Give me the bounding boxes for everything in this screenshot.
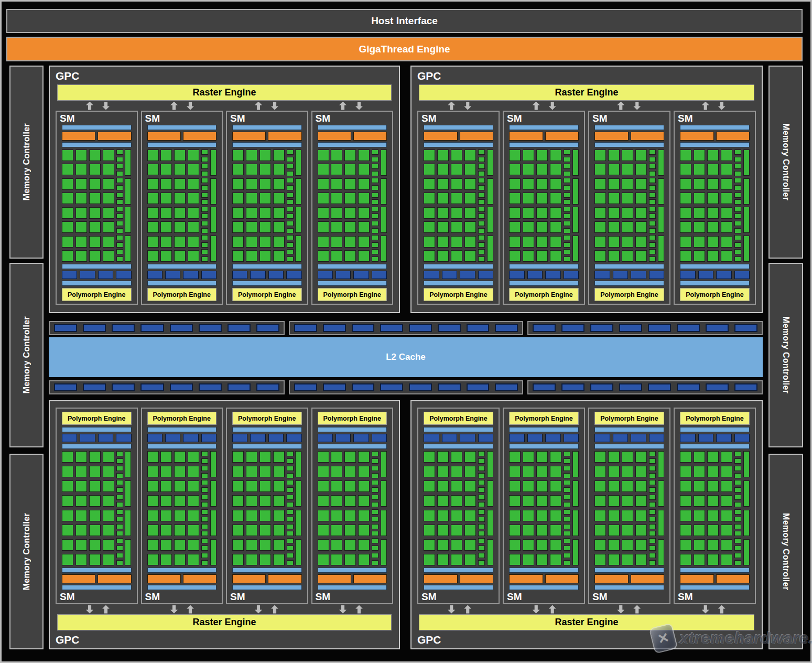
ldst-unit xyxy=(734,185,741,190)
memory-controller-label: Memory Controller xyxy=(781,316,791,393)
cuda-core xyxy=(509,149,521,161)
sfu-unit xyxy=(210,510,216,536)
memory-partition-cell xyxy=(228,383,251,391)
ldst-column xyxy=(372,149,378,262)
up-arrow-icon xyxy=(617,102,624,110)
texture-unit xyxy=(372,271,387,279)
sm-block: SMPolymorph Engine xyxy=(311,111,394,305)
cuda-core xyxy=(160,480,172,492)
texture-unit xyxy=(680,271,696,279)
cuda-core xyxy=(437,525,449,536)
ldst-unit xyxy=(649,466,656,471)
cuda-core xyxy=(75,554,87,565)
cuda-core xyxy=(174,554,186,565)
polymorph-engine: Polymorph Engine xyxy=(232,412,302,425)
ldst-unit xyxy=(287,242,294,248)
core-column xyxy=(318,451,329,565)
ldst-unit xyxy=(734,553,741,558)
core-column xyxy=(680,149,691,262)
ldst-unit xyxy=(287,524,294,529)
sfu-unit xyxy=(572,480,579,507)
polymorph-engine: Polymorph Engine xyxy=(147,288,217,301)
cuda-core xyxy=(707,495,719,507)
memory-partition-strip xyxy=(527,321,763,335)
up-arrow-icon xyxy=(464,605,471,614)
scheduler-bar xyxy=(62,125,132,130)
texture-unit xyxy=(460,434,475,442)
cuda-core xyxy=(232,236,244,248)
ldst-unit xyxy=(564,517,570,522)
scheduler-bar xyxy=(680,125,750,130)
cuda-core xyxy=(694,510,705,521)
ldst-column xyxy=(287,451,294,565)
cuda-core xyxy=(89,149,101,161)
texture-unit xyxy=(286,434,301,442)
cuda-core xyxy=(608,466,620,477)
scheduler-bar xyxy=(424,585,493,590)
memory-controller-column-right: Memory ControllerMemory ControllerMemory… xyxy=(768,66,803,649)
cache-bar xyxy=(232,281,302,286)
sfu-unit xyxy=(743,207,750,233)
ldst-unit xyxy=(649,249,656,254)
cuda-core xyxy=(523,510,534,521)
dispatch-unit xyxy=(268,574,301,583)
sfu-unit xyxy=(381,178,387,205)
scheduler-bar xyxy=(509,125,579,130)
cuda-core xyxy=(437,149,449,161)
ldst-unit xyxy=(287,480,294,485)
register-bar xyxy=(509,142,579,147)
memory-partition-cell xyxy=(438,383,461,391)
cache-bar xyxy=(232,427,302,432)
ldst-unit xyxy=(116,495,123,500)
sfu-unit xyxy=(295,178,301,205)
cuda-core xyxy=(273,164,285,175)
polymorph-engine: Polymorph Engine xyxy=(509,288,579,301)
sfu-unit xyxy=(658,539,664,565)
texture-unit xyxy=(183,434,198,442)
core-column xyxy=(451,149,462,262)
arrow-pair xyxy=(309,101,393,111)
cuda-core xyxy=(608,554,620,565)
ldst-unit xyxy=(734,538,741,543)
cuda-core xyxy=(707,480,719,492)
cuda-core xyxy=(550,178,561,190)
memory-partition-cell xyxy=(199,324,222,332)
ldst-unit xyxy=(649,502,656,507)
cuda-core xyxy=(147,510,159,521)
core-column xyxy=(424,149,435,262)
memory-partition-cell xyxy=(380,324,403,332)
interconnect-bar xyxy=(594,444,664,449)
texture-unit xyxy=(631,434,646,442)
ldst-unit xyxy=(564,185,570,190)
memory-controller-label: Memory Controller xyxy=(781,513,791,590)
ldst-unit xyxy=(649,242,656,248)
ldst-unit xyxy=(564,228,570,233)
core-column xyxy=(536,149,548,262)
cuda-core xyxy=(464,250,476,262)
cuda-core xyxy=(160,510,172,521)
core-grid xyxy=(594,149,664,262)
cuda-core xyxy=(437,164,449,175)
sfu-unit xyxy=(295,451,301,477)
cuda-core xyxy=(437,207,449,219)
cuda-core xyxy=(680,480,691,492)
ldst-unit xyxy=(564,171,570,176)
register-bar xyxy=(509,568,579,573)
scheduler-bar xyxy=(680,585,750,590)
cuda-core xyxy=(523,164,534,175)
cuda-core xyxy=(246,525,257,536)
ldst-unit xyxy=(287,509,294,515)
gpc-bottom-left: Polymorph EngineSMPolymorph EngineSMPoly… xyxy=(49,400,400,649)
down-arrow-icon xyxy=(448,605,455,614)
sfu-unit xyxy=(487,207,493,233)
dispatch-unit xyxy=(353,574,387,583)
cuda-core xyxy=(451,466,462,477)
ldst-unit xyxy=(564,207,570,212)
cuda-core xyxy=(594,207,606,219)
sm-block: SMPolymorph Engine xyxy=(56,111,138,305)
cuda-core xyxy=(536,495,548,507)
sm-row: Polymorph EngineSMPolymorph EngineSMPoly… xyxy=(56,408,393,604)
ldst-unit xyxy=(201,517,208,522)
texture-unit xyxy=(734,271,750,279)
dispatch-row xyxy=(318,574,387,583)
